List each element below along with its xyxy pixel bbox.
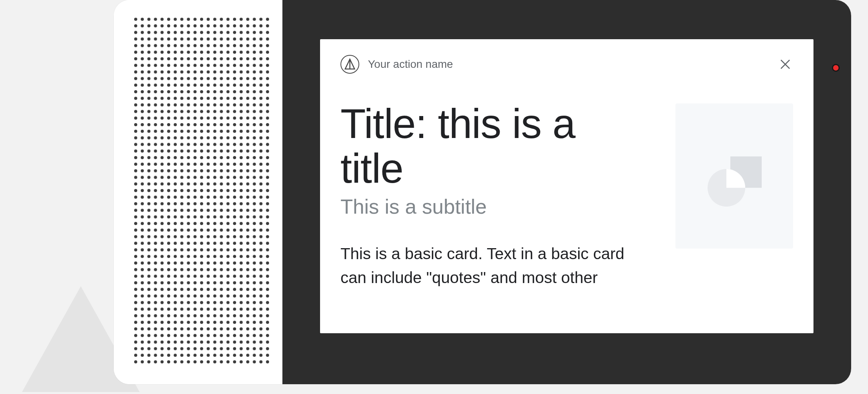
image-placeholder-icon [703,145,766,207]
close-button[interactable] [777,56,793,72]
card-text-area: Title: this is a title This is a subtitl… [340,101,644,290]
display-screen: Your action name Title: this is a title … [282,0,851,384]
speaker-dots-icon [134,15,270,369]
card-subtitle: This is a subtitle [340,195,644,218]
card-header: Your action name [340,55,793,74]
svg-rect-1 [134,18,270,367]
card-body: Title: this is a title This is a subtitl… [340,101,793,290]
action-name-label: Your action name [368,58,453,71]
card-title: Title: this is a title [340,101,644,191]
speaker-grille [114,0,282,384]
card-image-placeholder [675,103,793,249]
smart-display-device: Your action name Title: this is a title … [114,0,851,384]
close-icon [779,58,792,71]
card-description: This is a basic card. Text in a basic ca… [340,242,644,290]
action-logo-icon [340,55,359,74]
camera-led-indicator [833,65,839,71]
basic-card: Your action name Title: this is a title … [320,39,813,333]
